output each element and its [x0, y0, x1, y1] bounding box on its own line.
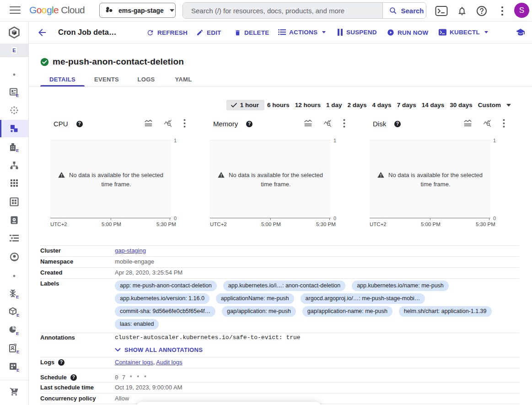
svg-text:E: E — [16, 350, 19, 354]
svg-text:E: E — [16, 368, 19, 372]
svg-text:E: E — [16, 148, 19, 152]
svg-text:E: E — [16, 313, 19, 317]
svg-text:E: E — [16, 331, 19, 335]
svg-text:E: E — [16, 295, 19, 299]
svg-text:E: E — [16, 93, 19, 97]
